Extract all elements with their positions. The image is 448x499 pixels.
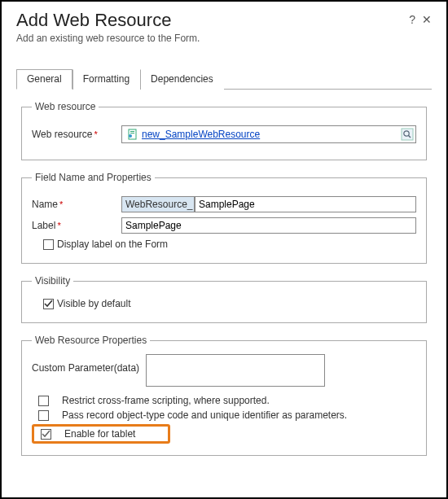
close-button[interactable]: ✕ [422, 13, 432, 26]
document-icon [127, 129, 138, 140]
display-label-text: Display label on the Form [57, 239, 168, 250]
wrp-legend: Web Resource Properties [32, 335, 150, 346]
label-label: Label* [32, 220, 121, 231]
field-name-group: Field Name and Properties Name* WebResou… [21, 172, 427, 264]
web-resource-label: Web resource* [32, 129, 121, 140]
visibility-legend: Visibility [32, 275, 73, 287]
enable-tablet-text: Enable for tablet [64, 428, 135, 440]
dialog-header: Add Web Resource ? ✕ [16, 10, 432, 31]
custom-param-label: Custom Parameter(data) [32, 354, 146, 374]
visible-by-default-text: Visible by default [57, 298, 131, 309]
tab-dependencies[interactable]: Dependencies [140, 69, 224, 90]
web-resource-legend: Web resource [32, 101, 99, 112]
help-button[interactable]: ? [409, 13, 415, 26]
dialog-title: Add Web Resource [16, 10, 171, 31]
label-input[interactable] [121, 217, 416, 234]
pass-record-checkbox[interactable] [38, 410, 49, 421]
name-prefix: WebResource_ [121, 196, 195, 212]
tab-strip: General Formatting Dependencies [16, 68, 432, 90]
tab-general[interactable]: General [16, 69, 72, 90]
visible-by-default-checkbox[interactable] [43, 299, 54, 309]
pass-record-text: Pass record object-type code and unique … [62, 409, 347, 421]
name-label: Name* [32, 199, 121, 210]
web-resource-link[interactable]: new_SampleWebResource [142, 129, 401, 140]
name-input[interactable] [195, 196, 416, 212]
field-name-legend: Field Name and Properties [32, 172, 155, 183]
svg-rect-1 [130, 131, 134, 132]
wrp-group: Web Resource Properties Custom Parameter… [21, 335, 427, 456]
enable-tablet-checkbox[interactable] [41, 429, 51, 440]
svg-rect-0 [129, 129, 136, 139]
svg-rect-2 [130, 133, 134, 134]
web-resource-group: Web resource Web resource* new_SampleWeb… [21, 101, 427, 160]
lookup-search-icon[interactable] [401, 128, 414, 141]
restrict-xframe-checkbox[interactable] [38, 396, 49, 406]
display-label-checkbox[interactable] [43, 239, 54, 250]
svg-point-3 [129, 134, 132, 138]
dialog-subtitle: Add an existing web resource to the Form… [16, 33, 432, 44]
tab-formatting[interactable]: Formatting [72, 69, 140, 90]
custom-param-input[interactable] [146, 354, 325, 387]
svg-rect-4 [402, 129, 413, 140]
visibility-group: Visibility Visible by default [21, 275, 427, 323]
web-resource-lookup[interactable]: new_SampleWebResource [121, 125, 416, 143]
restrict-xframe-text: Restrict cross-frame scripting, where su… [62, 395, 270, 406]
